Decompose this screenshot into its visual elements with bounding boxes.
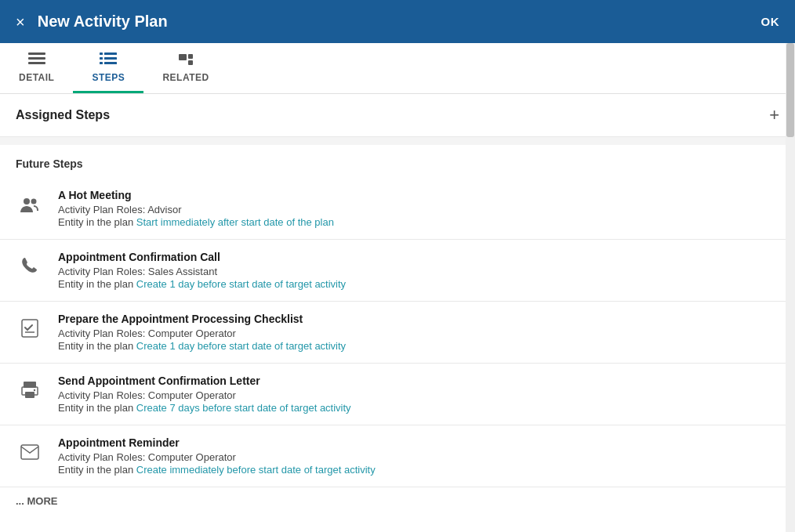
svg-point-12 [24, 198, 30, 204]
step-content: A Hot Meeting Activity Plan Roles: Advis… [58, 189, 779, 228]
svg-point-19 [34, 389, 35, 391]
future-steps-header: Future Steps [0, 145, 795, 178]
phone-icon [16, 252, 44, 280]
mail-icon [16, 438, 44, 466]
step-content: Appointment Reminder Activity Plan Roles… [58, 436, 779, 476]
svg-point-13 [31, 199, 37, 204]
more-label: ... MORE [0, 487, 795, 515]
list-item: Appointment Confirmation Call Activity P… [0, 240, 795, 302]
meeting-icon [16, 190, 44, 219]
assigned-steps-section: Assigned Steps + [0, 94, 795, 137]
step-title: Appointment Reminder [58, 436, 779, 449]
tab-related-label: RELATED [162, 72, 209, 83]
svg-rect-11 [188, 60, 193, 65]
tab-detail[interactable]: DETAIL [0, 43, 73, 93]
svg-rect-1 [28, 57, 45, 60]
step-title: Prepare the Appointment Processing Check… [58, 313, 779, 325]
main-content: Assigned Steps + Future Steps A Hot Meet… [0, 94, 795, 532]
checklist-icon [16, 314, 44, 342]
step-role: Activity Plan Roles: Computer Operator [58, 389, 779, 401]
svg-rect-9 [179, 54, 187, 60]
list-item: Appointment Reminder Activity Plan Roles… [0, 425, 795, 487]
svg-rect-20 [21, 445, 38, 459]
step-entity: Entity in the plan Create immediately be… [58, 464, 779, 476]
svg-rect-8 [104, 62, 117, 64]
tab-related[interactable]: RELATED [143, 43, 227, 93]
print-icon [16, 376, 44, 404]
tabs-container: DETAIL STEPS [0, 43, 795, 94]
tab-steps-label: STEPS [93, 72, 125, 83]
svg-rect-2 [28, 62, 45, 64]
svg-rect-3 [100, 52, 103, 55]
related-tab-icon [177, 52, 194, 69]
ok-button[interactable]: OK [761, 15, 780, 28]
step-entity: Entity in the plan Create 1 day before s… [58, 340, 779, 352]
list-item: Send Appointment Confirmation Letter Act… [0, 364, 795, 425]
svg-rect-4 [104, 52, 117, 55]
step-role: Activity Plan Roles: Sales Assistant [58, 266, 779, 277]
list-item: Prepare the Appointment Processing Check… [0, 302, 795, 364]
step-title: Appointment Confirmation Call [58, 251, 779, 263]
tab-detail-label: DETAIL [19, 72, 54, 83]
scrollbar-track[interactable] [786, 43, 795, 532]
svg-rect-7 [100, 62, 103, 64]
dialog-container: × New Activity Plan OK DETAIL [0, 0, 795, 532]
steps-tab-icon [100, 52, 117, 69]
svg-rect-0 [28, 52, 45, 55]
step-role: Activity Plan Roles: Computer Operator [58, 451, 779, 463]
step-content: Prepare the Appointment Processing Check… [58, 313, 779, 352]
close-button[interactable]: × [16, 14, 25, 30]
scrollbar-thumb[interactable] [786, 43, 794, 137]
svg-rect-10 [188, 54, 193, 59]
step-title: A Hot Meeting [58, 189, 779, 201]
tab-steps[interactable]: STEPS [73, 43, 143, 93]
svg-rect-18 [25, 392, 34, 398]
future-steps-section: Future Steps A Hot Meeting Activity Plan… [0, 145, 795, 532]
assigned-steps-title: Assigned Steps [16, 108, 110, 122]
step-role: Activity Plan Roles: Advisor [58, 204, 779, 215]
step-role: Activity Plan Roles: Computer Operator [58, 328, 779, 339]
svg-rect-6 [104, 57, 117, 60]
step-content: Appointment Confirmation Call Activity P… [58, 251, 779, 290]
detail-tab-icon [28, 52, 45, 69]
svg-rect-5 [100, 57, 103, 60]
step-entity: Entity in the plan Create 1 day before s… [58, 278, 779, 290]
step-content: Send Appointment Confirmation Letter Act… [58, 375, 779, 414]
add-step-button[interactable]: + [769, 107, 779, 124]
list-item: A Hot Meeting Activity Plan Roles: Advis… [0, 178, 795, 240]
dialog-header: × New Activity Plan OK [0, 0, 795, 43]
step-entity: Entity in the plan Create 7 days before … [58, 402, 779, 414]
dialog-title: New Activity Plan [38, 13, 761, 31]
step-entity: Entity in the plan Start immediately aft… [58, 216, 779, 228]
step-title: Send Appointment Confirmation Letter [58, 375, 779, 387]
